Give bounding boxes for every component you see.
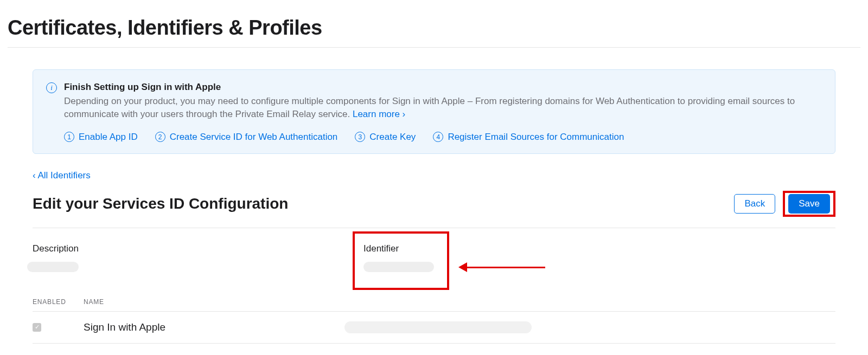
identifier-value-redacted	[363, 262, 434, 272]
step-register-email-sources[interactable]: 4 Register Email Sources for Communicati…	[433, 132, 624, 143]
identifier-highlight-annotation	[353, 231, 449, 290]
breadcrumb-all-identifiers[interactable]: ‹ All Identifiers	[33, 170, 835, 181]
step-enable-app-id[interactable]: 1 Enable App ID	[64, 132, 138, 143]
table-divider	[33, 343, 835, 344]
save-button[interactable]: Save	[788, 194, 830, 214]
info-icon: i	[46, 82, 57, 93]
capability-detail-redacted	[344, 321, 532, 333]
column-header-name: NAME	[84, 298, 835, 306]
column-header-enabled: ENABLED	[33, 298, 69, 306]
info-description-text: Depending on your product, you may need …	[64, 96, 795, 119]
learn-more-link[interactable]: Learn more ›	[353, 109, 405, 119]
page-title: Certificates, Identifiers & Profiles	[0, 0, 868, 47]
info-panel: i Finish Setting up Sign in with Apple D…	[33, 69, 835, 154]
step-number-icon: 2	[155, 132, 165, 142]
step-create-service-id[interactable]: 2 Create Service ID for Web Authenticati…	[155, 132, 338, 143]
back-button[interactable]: Back	[734, 194, 775, 214]
section-divider	[33, 228, 835, 228]
step-number-icon: 4	[433, 132, 443, 142]
capability-name: Sign In with Apple	[84, 321, 330, 333]
enabled-checkbox[interactable]: ✓	[33, 323, 41, 332]
table-row: ✓ Sign In with Apple	[33, 312, 835, 343]
step-label: Enable App ID	[79, 132, 138, 143]
description-field: Description	[33, 243, 363, 272]
info-description: Depending on your product, you may need …	[64, 95, 822, 121]
arrow-annotation	[458, 262, 545, 263]
capabilities-table: ENABLED NAME ✓ Sign In with Apple	[33, 298, 835, 344]
description-value-redacted	[27, 262, 79, 272]
step-create-key[interactable]: 3 Create Key	[355, 132, 416, 143]
identifier-label: Identifier	[363, 243, 434, 254]
step-number-icon: 3	[355, 132, 365, 142]
section-title: Edit your Services ID Configuration	[33, 195, 288, 212]
identifier-field: Identifier	[363, 243, 434, 272]
step-label: Register Email Sources for Communication	[448, 132, 624, 143]
info-title: Finish Setting up Sign in with Apple	[64, 82, 822, 93]
step-label: Create Key	[369, 132, 416, 143]
save-highlight-annotation: Save	[783, 191, 835, 217]
arrow-line	[466, 267, 545, 268]
step-number-icon: 1	[64, 132, 74, 142]
step-label: Create Service ID for Web Authentication	[170, 132, 338, 143]
description-label: Description	[33, 243, 363, 254]
